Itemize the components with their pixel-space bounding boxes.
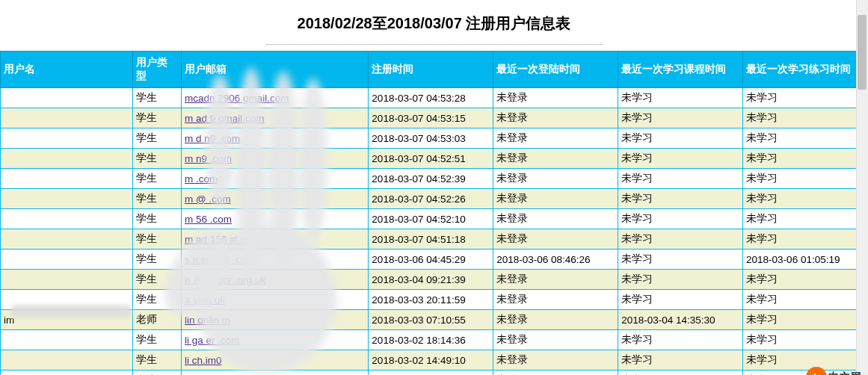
cell-regtime: 2018-03-07 04:51:18 [369,229,493,250]
cell-email[interactable]: m n9 .com [182,149,369,169]
cell-type: 学生 [133,108,182,128]
cell-type: 学生 [133,169,182,189]
col-laststudy: 最近一次学习课程时间 [618,52,743,88]
email-link[interactable]: m ad 156 al.com [185,234,259,245]
cell-type: 学生 [133,330,182,350]
cell-username [1,290,133,310]
col-type: 用户类型 [133,52,182,88]
cell-lastlogin: 未登录 [493,149,618,169]
cell-email[interactable]: m 56 .com [182,209,369,229]
email-link[interactable]: li ga er .com [185,335,240,346]
cell-lastpractice: 未学习 [743,229,868,250]
cell-email[interactable]: lin onlin m [182,310,369,330]
email-link[interactable]: s n erys@ .com [185,254,255,265]
cell-laststudy: 未学习 [618,290,743,310]
cell-lastpractice: 未学习 [743,330,868,350]
cell-lastlogin: 未登录 [493,189,618,209]
cell-regtime: 2018-03-03 20:11:59 [369,290,493,310]
cell-laststudy: 未学习 [618,169,743,189]
cell-laststudy: 未学习 [618,330,743,350]
cell-email[interactable]: n @st- gor .org.uk [182,270,369,290]
table-row: 学生m 56 .com2018-03-07 04:52:10未登录未学习未学习 [1,209,868,229]
cell-username [1,330,133,350]
email-link[interactable]: lin onlin m [185,314,230,326]
table-row: 学生m .com2018-03-07 04:52:39未登录未学习未学习 [1,169,868,189]
cell-lastpractice: 2018-03-06 01:05:19 [743,250,868,270]
cell-username [1,108,133,128]
email-link[interactable]: li ch.im0 [185,355,222,366]
cell-laststudy: 未学习 [618,189,743,209]
table-row: 学生m n9 .com2018-03-07 04:52:51未登录未学习未学习 [1,149,868,169]
cell-regtime: 2018-03-07 04:52:39 [369,169,493,189]
table-row: 学生a ying uk2018-03-03 20:11:59未登录未学习未学习 [1,290,868,310]
badge-icon: php [806,367,827,375]
cell-lastlogin: 未登录 [493,290,618,310]
cell-lastpractice: 未学习 [743,169,868,189]
cell-type: 学生 [133,128,182,149]
cell-email[interactable]: s n erys@ .com [182,250,369,270]
cell-regtime: 2018-03-06 04:45:29 [369,250,493,270]
cell-email[interactable]: m .com [182,169,369,189]
scrollbar-thumb[interactable] [858,15,867,90]
cell-lastlogin: 未登录 [493,209,618,229]
cell-username [1,88,133,108]
cell-email[interactable]: m d n9 .com [182,128,369,149]
cell-lastlogin: 未登录 [493,270,618,290]
cell-type: 学生 [133,350,182,371]
cell-laststudy: 未学习 [618,229,743,250]
cell-regtime: 2018-03-02 13:20:51 [369,371,493,376]
cell-email[interactable]: cs @hotm . [182,371,369,376]
cell-username [1,149,133,169]
table-row: 学生mcadn 2906 gmail.com2018-03-07 04:53:2… [1,88,868,108]
table-row: 学生m ad 9 gmail.com2018-03-07 04:53:15未登录… [1,108,868,128]
col-email: 用户邮箱 [182,52,369,88]
cell-laststudy: 未学习 [618,108,743,128]
cell-type: 老师 [133,310,182,330]
email-link[interactable]: m 56 .com [185,214,232,225]
cell-email[interactable]: li ch.im0 [182,350,369,371]
cell-username [1,209,133,229]
cell-username [1,250,133,270]
cell-email[interactable]: m ad 9 gmail.com [182,108,369,128]
cell-username: im [1,310,133,330]
cell-type: 学生 [133,209,182,229]
cell-lastpractice: 未学习 [743,209,868,229]
cell-laststudy: 未学习 [618,350,743,371]
email-link[interactable]: a ying uk [185,294,225,306]
cell-regtime: 2018-03-07 04:53:03 [369,128,493,149]
scrollbar[interactable] [856,0,868,375]
site-badge: php 中文网 [806,367,862,375]
cell-username [1,350,133,371]
email-link[interactable]: mcadn 2906 gmail.com [185,93,289,104]
cell-regtime: 2018-03-07 04:52:10 [369,209,493,229]
table-row: 学生m @ .com2018-03-07 04:52:26未登录未学习未学习 [1,189,868,209]
table-row: 学生s n erys@ .com2018-03-06 04:45:292018-… [1,250,868,270]
email-link[interactable]: m ad 9 gmail.com [185,113,265,124]
email-link[interactable]: m n9 .com [185,153,232,164]
cell-username [1,169,133,189]
cell-email[interactable]: m ad 156 al.com [182,229,369,250]
cell-laststudy: 未学习 [618,270,743,290]
cell-lastlogin: 未登录 [493,108,618,128]
cell-email[interactable]: m @ .com [182,189,369,209]
users-table: 用户名 用户类型 用户邮箱 注册时间 最近一次登陆时间 最近一次学习课程时间 最… [0,51,868,375]
cell-laststudy: 未学习 [618,209,743,229]
cell-regtime: 2018-03-07 04:53:28 [369,88,493,108]
cell-username [1,189,133,209]
cell-type: 学生 [133,189,182,209]
email-link[interactable]: m d n9 .com [185,133,240,144]
cell-regtime: 2018-03-07 04:52:26 [369,189,493,209]
cell-lastlogin: 未登录 [493,310,618,330]
email-link[interactable]: n @st- gor .org.uk [185,274,265,285]
cell-email[interactable]: mcadn 2906 gmail.com [182,88,369,108]
cell-lastlogin: 未登录 [493,169,618,189]
cell-email[interactable]: a ying uk [182,290,369,310]
cell-email[interactable]: li ga er .com [182,330,369,350]
cell-laststudy: 未学习 [618,250,743,270]
cell-lastpractice: 未学习 [743,108,868,128]
cell-regtime: 2018-03-04 09:21:39 [369,270,493,290]
email-link[interactable]: m @ .com [185,193,231,205]
cell-lastpractice: 未学习 [743,310,868,330]
email-link[interactable]: m .com [185,173,218,185]
table-header: 用户名 用户类型 用户邮箱 注册时间 最近一次登陆时间 最近一次学习课程时间 最… [1,52,868,88]
